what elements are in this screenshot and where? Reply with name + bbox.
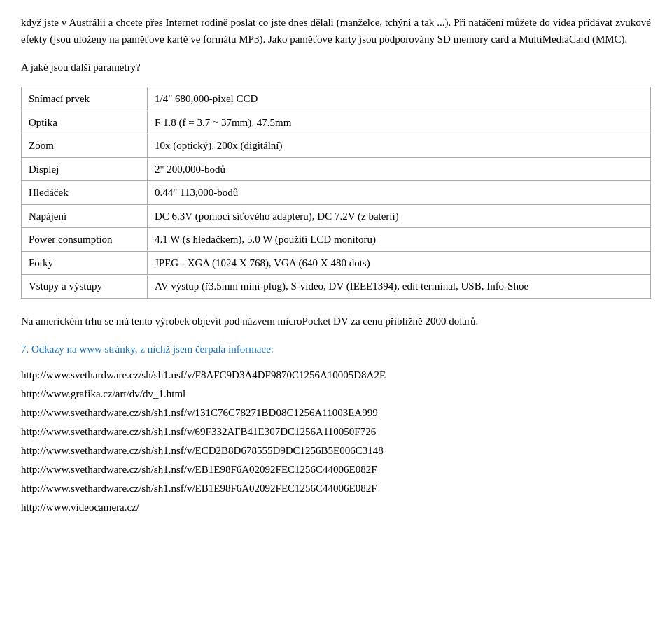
link-item: http://www.svethardware.cz/sh/sh1.nsf/v/…: [21, 404, 651, 422]
table-row: Hledáček0.44" 113,000-bodů: [22, 181, 651, 205]
links-block: http://www.svethardware.cz/sh/sh1.nsf/v/…: [21, 366, 651, 517]
table-cell-label: Power consumption: [22, 228, 148, 252]
table-cell-value: 1/4" 680,000-pixel CCD: [148, 87, 651, 111]
link-item: http://www.svethardware.cz/sh/sh1.nsf/v/…: [21, 479, 651, 498]
table-row: NapájeníDC 6.3V (pomocí síťového adapter…: [22, 204, 651, 228]
table-cell-label: Snímací prvek: [22, 87, 148, 111]
link-item: http://www.grafika.cz/art/dv/dv_1.html: [21, 385, 651, 404]
table-cell-label: Vstupy a výstupy: [22, 275, 148, 299]
table-cell-label: Napájení: [22, 204, 148, 228]
footer-paragraph: Na americkém trhu se má tento výrobek ob…: [21, 313, 651, 329]
table-row: Displej2" 200,000-bodů: [22, 157, 651, 181]
table-cell-label: Displej: [22, 157, 148, 181]
table-row: Snímací prvek1/4" 680,000-pixel CCD: [22, 87, 651, 111]
link-item: http://www.svethardware.cz/sh/sh1.nsf/v/…: [21, 460, 651, 479]
link-item: http://www.svethardware.cz/sh/sh1.nsf/v/…: [21, 366, 651, 385]
question-paragraph: A jaké jsou další parametry?: [21, 59, 651, 76]
section-heading: 7. Odkazy na www stránky, z nichž jsem č…: [21, 341, 651, 357]
table-cell-value: 0.44" 113,000-bodů: [148, 181, 651, 205]
table-cell-label: Fotky: [22, 251, 148, 275]
table-row: Zoom10x (optický), 200x (digitální): [22, 134, 651, 158]
table-cell-label: Optika: [22, 111, 148, 134]
table-cell-value: DC 6.3V (pomocí síťového adapteru), DC 7…: [148, 204, 651, 228]
table-cell-value: 2" 200,000-bodů: [148, 157, 651, 181]
intro-paragraph: když jste v Austrálii a chcete přes Inte…: [21, 14, 651, 48]
table-row: Vstupy a výstupyAV výstup (ř3.5mm mini-p…: [22, 275, 651, 299]
table-cell-label: Zoom: [22, 134, 148, 158]
link-item: http://www.svethardware.cz/sh/sh1.nsf/v/…: [21, 441, 651, 460]
table-cell-value: AV výstup (ř3.5mm mini-plug), S-video, D…: [148, 275, 651, 299]
link-item: http://www.videocamera.cz/: [21, 498, 651, 517]
link-item: http://www.svethardware.cz/sh/sh1.nsf/v/…: [21, 422, 651, 441]
table-cell-value: F 1.8 (f = 3.7 ~ 37mm), 47.5mm: [148, 111, 651, 134]
table-cell-value: 10x (optický), 200x (digitální): [148, 134, 651, 158]
table-row: OptikaF 1.8 (f = 3.7 ~ 37mm), 47.5mm: [22, 111, 651, 134]
specs-table: Snímací prvek1/4" 680,000-pixel CCDOptik…: [21, 87, 651, 299]
table-row: FotkyJPEG - XGA (1024 X 768), VGA (640 X…: [22, 251, 651, 275]
table-cell-label: Hledáček: [22, 181, 148, 205]
table-row: Power consumption4.1 W (s hledáčkem), 5.…: [22, 228, 651, 252]
table-cell-value: JPEG - XGA (1024 X 768), VGA (640 X 480 …: [148, 251, 651, 275]
table-cell-value: 4.1 W (s hledáčkem), 5.0 W (použití LCD …: [148, 228, 651, 252]
